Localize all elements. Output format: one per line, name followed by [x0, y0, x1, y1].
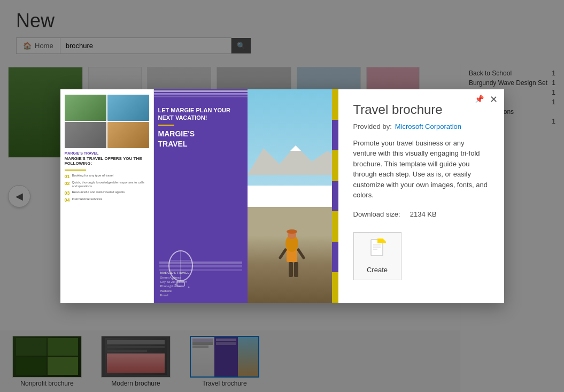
lp-text-1: Booking for any type of travel [72, 174, 114, 178]
lp-num-4: 04 [65, 197, 70, 203]
svg-rect-18 [289, 262, 293, 277]
rp-mountains [248, 143, 338, 207]
lp-text-2: Quick, thorough, knowledgeable responses… [72, 181, 149, 189]
lp-img-3 [65, 122, 106, 148]
modal-close-button[interactable]: ✕ [490, 95, 498, 104]
modal-info-panel: Travel brochure Provided by: Microsoft C… [338, 89, 504, 303]
mp-contact: MARGIE'S TRAVEL Street Address City, St … [160, 271, 190, 297]
lp-item-1: 01 Booking for any type of travel [65, 174, 149, 179]
lp-text-3: Resourceful and well-traveled agents [72, 190, 125, 195]
modal-description: Promote your travel business or any vent… [353, 138, 489, 201]
brochure-preview: MARGIE'S TRAVEL MARGIE'S TRAVEL OFFERS Y… [60, 89, 338, 303]
create-icon [369, 239, 386, 263]
lp-img-1 [65, 95, 106, 121]
provider-label: Provided by: [353, 122, 392, 130]
provider-link[interactable]: Microsoft Corporation [395, 122, 461, 130]
background-page: New 🏠 Home 🔍 [0, 0, 564, 392]
mp-divider [158, 125, 174, 126]
stripe1 [154, 90, 248, 92]
lp-num-3: 03 [65, 190, 70, 196]
template-modal: ✕ 📌 MARGIE'S TRAVEL MARGIE'S [60, 89, 504, 303]
create-label: Create [367, 266, 388, 274]
mp-brand-1: MARGIE'S [158, 130, 243, 138]
modal-preview-panel: MARGIE'S TRAVEL MARGIE'S TRAVEL OFFERS Y… [60, 89, 338, 303]
stripe2 [154, 93, 248, 95]
lp-tagline: MARGIE'S TRAVEL OFFERS YOU THE FOLLOWING… [65, 156, 149, 166]
svg-marker-26 [377, 239, 386, 243]
modal-template-title: Travel brochure [353, 102, 489, 117]
brochure-left-panel: MARGIE'S TRAVEL MARGIE'S TRAVEL OFFERS Y… [60, 89, 154, 303]
rp-stripes [332, 89, 338, 303]
lp-text-4: International services [72, 197, 103, 202]
create-button[interactable]: Create [353, 232, 401, 280]
brochure-right-panel [248, 89, 338, 303]
svg-point-17 [287, 229, 297, 234]
lp-divider [65, 170, 86, 171]
lp-image-grid [65, 95, 149, 148]
lp-num-2: 02 [65, 181, 70, 186]
lp-item-3: 03 Resourceful and well-traveled agents [65, 190, 149, 196]
lp-num-1: 01 [65, 174, 70, 179]
rp-person [275, 228, 312, 287]
modal-download-info: Download size: 2134 KB [353, 210, 489, 218]
svg-line-21 [298, 250, 304, 258]
lp-logo: MARGIE'S TRAVEL [65, 151, 149, 155]
lp-item-4: 04 International services [65, 197, 149, 203]
lp-img-2 [107, 95, 149, 121]
modal-content: MARGIE'S TRAVEL MARGIE'S TRAVEL OFFERS Y… [60, 89, 504, 303]
mp-stripes [154, 89, 248, 99]
svg-marker-13 [290, 145, 301, 151]
lp-item-2: 02 Quick, thorough, knowledgeable respon… [65, 181, 149, 189]
modal-provider: Provided by: Microsoft Corporation [353, 122, 489, 130]
download-label: Download size: [353, 210, 400, 218]
mp-heading: LET MARGIE PLAN YOUR NEXT VACATION! [158, 106, 243, 122]
mp-brand-2: TRAVEL [158, 140, 243, 148]
brochure-mid-panel: LET MARGIE PLAN YOUR NEXT VACATION! MARG… [154, 89, 248, 303]
lp-img-4 [107, 122, 149, 148]
stripe3 [154, 96, 248, 97]
download-size: 2134 KB [410, 210, 437, 218]
svg-rect-19 [294, 262, 298, 277]
svg-line-20 [280, 250, 285, 258]
modal-pin-button[interactable]: 📌 [475, 95, 484, 103]
